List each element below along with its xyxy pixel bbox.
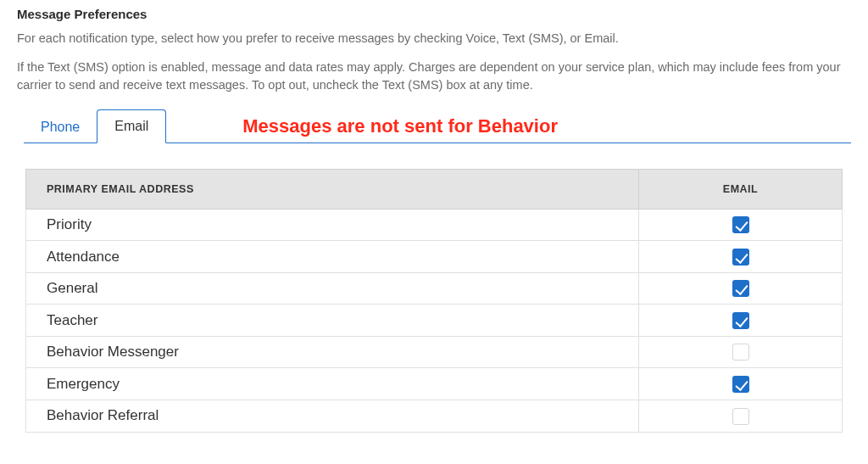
notification-type-label: Behavior Referral	[26, 400, 639, 432]
email-checkbox-cell	[639, 209, 843, 241]
table-row: Priority	[26, 209, 843, 241]
notification-type-label: General	[26, 272, 639, 305]
column-header-email: EMAIL	[639, 169, 843, 209]
notification-type-label: Emergency	[26, 368, 639, 400]
tab-email[interactable]: Email	[97, 109, 166, 143]
notification-type-label: Teacher	[26, 305, 639, 337]
table-row: Behavior Messenger	[26, 336, 843, 368]
tab-phone[interactable]: Phone	[24, 111, 97, 143]
column-header-primary: PRIMARY EMAIL ADDRESS	[26, 169, 639, 209]
table-row: Teacher	[26, 305, 843, 337]
notification-type-label: Behavior Messenger	[26, 336, 639, 368]
email-checkbox-cell	[639, 368, 843, 400]
email-checkbox[interactable]	[732, 216, 749, 233]
email-checkbox[interactable]	[732, 376, 749, 393]
description-line-2: If the Text (SMS) option is enabled, mes…	[17, 59, 851, 93]
table-row: Behavior Referral	[26, 400, 843, 432]
email-checkbox[interactable]	[732, 312, 749, 329]
preferences-table: PRIMARY EMAIL ADDRESS EMAIL PriorityAtte…	[25, 169, 843, 433]
description-line-1: For each notification type, select how y…	[17, 30, 851, 47]
table-row: General	[26, 272, 843, 305]
email-checkbox[interactable]	[732, 280, 749, 297]
table-row: Emergency	[26, 368, 843, 400]
preferences-table-wrap: PRIMARY EMAIL ADDRESS EMAIL PriorityAtte…	[17, 143, 851, 433]
notification-type-label: Priority	[26, 209, 639, 241]
email-checkbox-cell	[639, 272, 843, 305]
page-title: Message Preferences	[17, 7, 851, 21]
email-checkbox[interactable]	[732, 408, 749, 425]
email-checkbox-cell	[639, 400, 843, 432]
email-checkbox-cell	[639, 336, 843, 368]
table-row: Attendance	[26, 241, 843, 273]
tabs: Phone Email Messages are not sent for Be…	[24, 109, 851, 143]
email-checkbox[interactable]	[732, 249, 749, 266]
email-checkbox-cell	[639, 305, 843, 337]
annotation-text: Messages are not sent for Behavior	[242, 115, 558, 143]
notification-type-label: Attendance	[26, 241, 639, 273]
email-checkbox[interactable]	[732, 344, 749, 361]
email-checkbox-cell	[639, 241, 843, 273]
